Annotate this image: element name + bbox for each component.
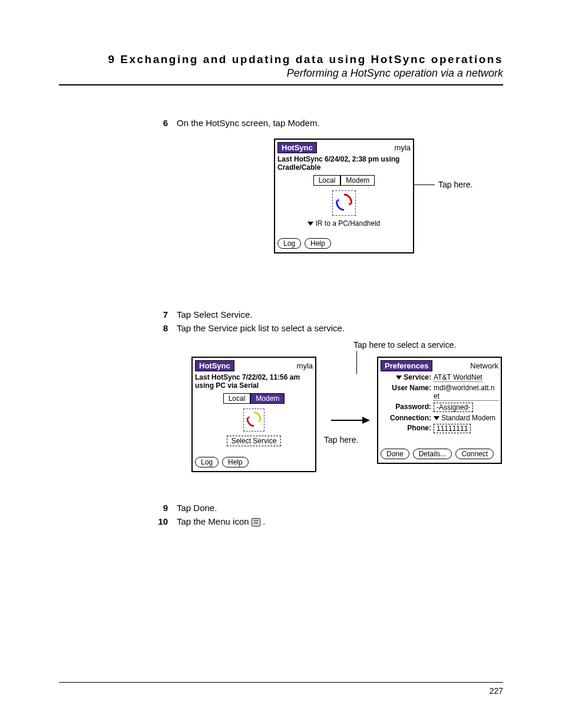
hotsync-icon[interactable] (195, 409, 313, 431)
service-picklist[interactable]: AT&T WorldNet (434, 373, 482, 382)
category[interactable]: Network (470, 361, 498, 370)
step-text: Tap the Menu icon . (177, 516, 503, 526)
callout-line (414, 185, 435, 185)
dropdown-icon (434, 416, 439, 420)
connection-row: Connection: Standard Modem (381, 414, 498, 422)
page-footer: 227 (59, 682, 503, 696)
log-button[interactable]: Log (277, 238, 301, 249)
service-row: Service: AT&T WorldNet (381, 373, 498, 382)
username-field[interactable]: mdl@worldnet.att.net (434, 384, 498, 401)
username-row: User Name: mdl@worldnet.att.net (381, 384, 498, 401)
tab-modem[interactable]: Modem (250, 393, 285, 404)
figure-1: HotSync myla Last HotSync 6/24/02, 2:38 … (59, 139, 503, 292)
dropdown-icon (308, 222, 313, 226)
step-number: 8 (150, 323, 168, 333)
step-10: 10 Tap the Menu icon . (150, 516, 503, 526)
app-title: Preferences (381, 360, 432, 371)
callout-line (356, 351, 357, 374)
hotsync-icon[interactable] (277, 190, 411, 216)
status-text: Last HotSync 7/22/02, 11:56 am using PC … (195, 373, 313, 390)
step-text: Tap Done. (177, 503, 503, 513)
step-number: 6 (150, 118, 168, 128)
figure-2: Tap here to select a service. HotSync my… (59, 344, 503, 485)
step-9: 9 Tap Done. (150, 503, 503, 513)
app-title: HotSync (277, 142, 317, 153)
step-number: 7 (150, 309, 168, 319)
tab-local[interactable]: Local (313, 175, 341, 186)
hotsync-screen-1: HotSync myla Last HotSync 6/24/02, 2:38 … (274, 139, 414, 253)
password-row: Password: -Assigned- (381, 403, 498, 412)
details-button[interactable]: Details... (413, 449, 452, 459)
chapter-title: 9 Exchanging and updating data using Hot… (59, 53, 503, 66)
connect-button[interactable]: Connect (455, 449, 494, 459)
user-name: myla (395, 143, 411, 152)
dropdown-icon (396, 375, 402, 380)
annotation-tap-here: Tap here. (324, 435, 358, 444)
connection-picklist[interactable]: IR to a PC/Handheld (277, 219, 411, 228)
annotation-tap-here: Tap here. (438, 180, 472, 189)
connection-picklist[interactable]: Standard Modem (434, 414, 495, 422)
phone-row: Phone: 11111111 (381, 424, 498, 433)
step-8: 8 Tap the Service pick list to select a … (150, 323, 503, 333)
select-service-button[interactable]: Select Service (227, 436, 282, 446)
step-7: 7 Tap Select Service. (150, 309, 503, 319)
preferences-screen: Preferences Network Service: AT&T WorldN… (377, 357, 502, 464)
log-button[interactable]: Log (195, 457, 219, 467)
tab-local[interactable]: Local (223, 393, 251, 404)
arrow-icon (330, 414, 371, 426)
annotation-select-service: Tap here to select a service. (353, 340, 456, 350)
help-button[interactable]: Help (305, 238, 331, 249)
step-number: 9 (150, 503, 168, 513)
app-title: HotSync (195, 360, 234, 371)
page-header: 9 Exchanging and updating data using Hot… (59, 53, 503, 85)
status-text: Last HotSync 6/24/02, 2:38 pm using Crad… (277, 155, 411, 172)
section-title: Performing a HotSync operation via a net… (59, 67, 503, 80)
help-button[interactable]: Help (222, 457, 249, 467)
tab-modem[interactable]: Modem (340, 175, 375, 186)
step-6: 6 On the HotSync screen, tap Modem. (150, 118, 503, 128)
step-text: Tap Select Service. (177, 309, 503, 319)
done-button[interactable]: Done (381, 449, 409, 459)
svg-marker-2 (362, 417, 370, 424)
hotsync-screen-2: HotSync myla Last HotSync 7/22/02, 11:56… (191, 357, 316, 472)
step-number: 10 (150, 516, 168, 526)
step-text: Tap the Service pick list to select a se… (177, 323, 503, 333)
sync-tabs: Local Modem (277, 175, 411, 186)
password-field[interactable]: -Assigned- (434, 403, 473, 412)
phone-field[interactable]: 11111111 (434, 424, 471, 433)
menu-icon (252, 518, 260, 526)
user-name: myla (297, 361, 313, 370)
step-text: On the HotSync screen, tap Modem. (177, 118, 503, 128)
page-number: 227 (490, 686, 503, 696)
sync-tabs: Local Modem (195, 393, 313, 404)
